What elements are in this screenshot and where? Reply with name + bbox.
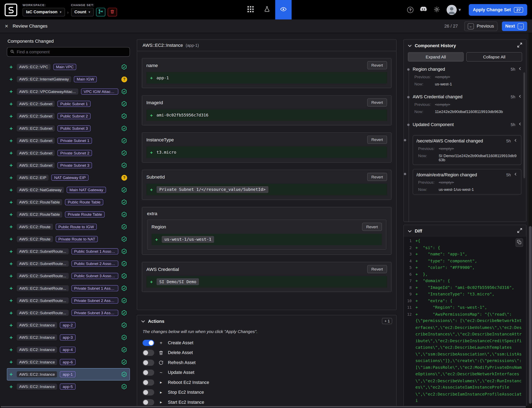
revert-button[interactable]: Revert [367,98,387,106]
history-entry[interactable]: /secrets/AWS Credential changed5hPreviou… [413,135,522,165]
component-list-item[interactable]: +AWS::EC2::SubnetPrivate Subnet 1 [7,135,130,147]
collapse-entry-button[interactable] [518,94,522,99]
close-review-button[interactable]: × [5,23,8,29]
system-initiative-logo[interactable] [4,3,18,17]
apply-change-set-button[interactable]: Apply Change Set 27 [469,4,527,16]
attribute-added-value-row: +app-1 [146,72,387,84]
workspace-dropdown[interactable]: IaC Comparison ▾ [23,8,65,16]
component-name-badge: app-2 [60,322,75,328]
horizontal-scrollbar[interactable] [0,406,529,408]
expand-all-button[interactable]: Expand All [408,52,463,61]
add-icon: + [10,76,14,82]
qualification-success-icon [121,125,127,131]
history-entry[interactable]: /domain/extra/Region changed5hPrevious:<… [413,169,522,195]
action-toggle[interactable] [142,369,154,375]
component-list-item[interactable]: +AWS::EC2::SubnetPublic Subnet 3 [7,122,130,135]
copy-diff-button[interactable] [516,238,523,247]
history-entry[interactable]: Region changed5hPrevious:<empty>Now:us-w… [413,67,522,86]
component-list-item[interactable]: +AWS::EC2::SubnetPublic Subnet 2 [7,110,130,122]
grid-icon [248,6,254,13]
attribute-added-value-row: +ami-0c02fb55956c7d316 [146,109,387,121]
lab-view-button[interactable] [259,0,275,19]
component-list-item[interactable]: +AWS::EC2::VPCGatewayAttac...VPC IGW Att… [7,85,130,98]
history-entry-time: 5h [506,138,511,143]
settings-button[interactable] [434,6,440,14]
component-list-item[interactable]: +AWS::EC2::InternetGatewayMain IGW? [7,73,130,85]
search-input[interactable] [17,50,127,54]
collapse-entry-button[interactable] [514,172,518,177]
flask-icon [264,6,270,13]
history-entry[interactable]: Updated Component5h [413,122,522,127]
component-list-item[interactable]: +AWS::EC2::SubnetPrivate Subnet 3 [7,159,130,171]
expand-panel-button[interactable] [517,42,522,48]
component-type-badge: AWS::EC2::Instance [17,383,57,390]
component-name-badge: Public Subnet 2 [57,113,90,119]
collapse-entry-button[interactable] [518,67,522,72]
qualification-success-icon [121,347,127,353]
component-list-item[interactable]: +AWS::EC2::Instanceapp-2 [7,319,130,331]
history-entry-title: /domain/extra/Region changed [417,172,504,177]
component-list-item[interactable]: +AWS::EC2::SubnetRoute...Private Subnet … [7,282,130,294]
component-list-item[interactable]: +AWS::EC2::SubnetPublic Subnet 1 [7,98,130,110]
revert-button[interactable]: Revert [362,223,382,231]
review-view-button[interactable] [275,0,292,19]
component-list-item[interactable]: +AWS::EC2::Instanceapp-1 [7,368,130,380]
vertical-scrollbar[interactable] [529,33,532,408]
component-list-item[interactable]: +AWS::EC2::NatGatewayMain NAT Gateway [7,184,130,196]
component-list-item[interactable]: +AWS::EC2::Instanceapp-5 [7,380,130,393]
collapse-entry-button[interactable] [518,122,522,127]
component-list-item[interactable]: +AWS::EC2::Instanceapp-4 [7,344,130,356]
action-toggle[interactable] [142,359,154,366]
arrow-right-icon: → [518,23,524,29]
revert-button[interactable]: Revert [367,265,387,273]
diff-header[interactable]: Diff [404,225,526,237]
add-icon: + [10,359,14,365]
user-menu[interactable]: ▾ [447,5,461,15]
component-list-item[interactable]: +AWS::EC2::SubnetPrivate Subnet 2 [7,147,130,159]
revert-button[interactable]: Revert [367,173,387,181]
collapse-entry-button[interactable] [514,138,518,144]
component-list-item[interactable]: +AWS::EC2::SubnetRoute...Private Subnet … [7,307,130,319]
vertical-scrollbar-thumb[interactable] [529,226,532,404]
component-list-item[interactable]: +AWS::EC2::SubnetRoute...Private Subnet … [7,294,130,307]
search-icon [10,49,14,55]
history-entry[interactable]: AWS Credential changed5hPrevious:<empty>… [413,94,522,114]
action-toggle[interactable] [142,340,154,346]
component-list-item[interactable]: +AWS::EC2::RoutePublic Route to IGW [7,221,130,233]
add-icon: + [10,224,14,230]
component-list-item[interactable]: +AWS::EC2::RouteTablePrivate Route Table [7,208,130,221]
discord-button[interactable] [420,7,427,13]
component-list-item[interactable]: +AWS::EC2::EIPNAT Gateway EIP? [7,171,130,184]
trash-icon [158,350,164,355]
changeset-dropdown[interactable]: Count ▾ [71,8,94,16]
action-toggle[interactable] [142,349,154,356]
component-list-item[interactable]: +AWS::EC2::SubnetRoute...Public Subnet 2… [7,257,130,270]
component-list-item[interactable]: +AWS::EC2::Instanceapp-3 [7,331,130,343]
actions-header[interactable]: Actions + 1 [137,315,396,327]
component-list-item[interactable]: +AWS::EC2::RouteTablePublic Route Table [7,196,130,208]
history-scrollbar[interactable] [523,72,525,178]
merge-changeset-button[interactable] [96,8,105,16]
revert-button[interactable]: Revert [367,136,387,144]
action-toggle[interactable] [142,379,154,385]
horizontal-scrollbar-thumb[interactable] [1,406,526,408]
diff-title: Diff [415,228,422,233]
component-list-item[interactable]: +AWS::EC2::SubnetRoute...Public Subnet 1… [7,245,130,257]
expand-panel-button[interactable] [517,228,522,234]
qualification-success-icon [121,273,127,279]
component-list-item[interactable]: +AWS::EC2::Instanceapp-6 [7,356,130,368]
revert-button[interactable]: Revert [367,61,387,69]
timeline-dot-icon [404,139,406,141]
next-button[interactable]: Next → [502,21,527,31]
action-toggle[interactable] [142,389,154,395]
collapse-all-button[interactable]: Collapse All [466,52,522,61]
history-header[interactable]: Component History [404,40,526,51]
component-list-item[interactable]: +AWS::EC2::VPCMain VPC [7,61,130,73]
component-list-item[interactable]: +AWS::EC2::SubnetRoute...Public Subnet 3… [7,270,130,282]
action-toggle[interactable] [142,399,154,405]
grid-view-button[interactable] [242,0,259,19]
help-button[interactable]: ? [407,7,413,13]
previous-button[interactable]: ← Previous [464,21,497,31]
abandon-changeset-button[interactable] [107,8,117,16]
component-list-item[interactable]: +AWS::EC2::RoutePrivate Route to NAT [7,233,130,245]
